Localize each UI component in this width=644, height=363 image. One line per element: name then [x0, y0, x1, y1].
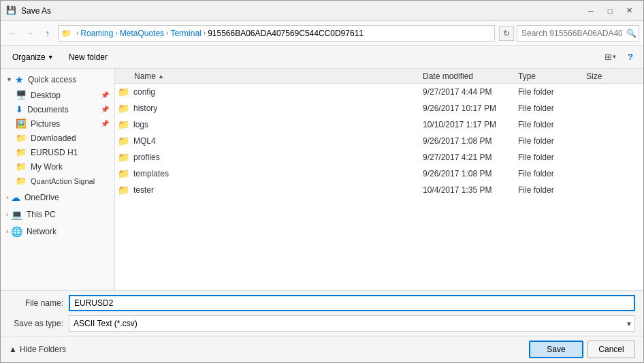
- sidebar-item-desktop-label: Desktop: [31, 91, 61, 100]
- sidebar-item-documents[interactable]: ⬇ Documents 📌: [1, 102, 114, 116]
- action-buttons-row: ▲ Hide Folders Save Cancel: [1, 336, 643, 362]
- quick-access-chevron-icon: ▼: [6, 76, 12, 83]
- view-grid-icon: ⊞: [605, 52, 612, 62]
- file-name-label: File name:: [9, 298, 63, 308]
- breadcrumb-roaming[interactable]: Roaming: [80, 29, 113, 38]
- file-list: Name ▲ Date modified Type Size 📁 config …: [115, 69, 643, 290]
- folder-icon: 📁: [118, 86, 129, 97]
- network-label: Network: [27, 227, 57, 236]
- column-header-size[interactable]: Size: [586, 72, 641, 81]
- chevron-icon-3: ›: [166, 29, 168, 37]
- table-row[interactable]: 📁 MQL4 9/26/2017 1:08 PM File folder: [115, 133, 643, 149]
- sidebar-item-downloaded-label: Downloaded: [31, 133, 76, 143]
- file-name-input[interactable]: [69, 295, 635, 311]
- save-type-wrapper: ASCII Text (*.csv) ▼: [69, 315, 635, 332]
- documents-pin-icon: 📌: [101, 106, 109, 113]
- pictures-pin-icon: 📌: [101, 120, 109, 127]
- sidebar-section-onedrive[interactable]: › ☁ OneDrive: [1, 188, 114, 205]
- refresh-button[interactable]: ↻: [499, 26, 514, 41]
- thispc-label: This PC: [27, 210, 56, 219]
- quantaction-folder-icon: 📁: [16, 176, 27, 186]
- sidebar-item-pictures-label: Pictures: [31, 119, 60, 129]
- file-type-row: Save as type: ASCII Text (*.csv) ▼: [1, 315, 643, 336]
- hide-folders-button[interactable]: ▲ Hide Folders: [9, 345, 66, 354]
- desktop-icon: 🖥️: [16, 90, 27, 100]
- breadcrumb-current: 915566BA06ADA407569C544CC0D97611: [208, 29, 364, 38]
- column-header-type[interactable]: Type: [518, 72, 586, 81]
- sidebar-item-quantaction[interactable]: 📁 QuantAction Signal: [1, 174, 114, 188]
- breadcrumb-terminal[interactable]: Terminal: [170, 29, 201, 38]
- folder-icon: 📁: [118, 119, 129, 130]
- save-type-select[interactable]: ASCII Text (*.csv): [69, 315, 635, 332]
- address-bar: ← → ↑ 📁 › Roaming › MetaQuotes › Termina…: [1, 21, 643, 46]
- title-bar-buttons: ─ □ ✕: [582, 4, 638, 18]
- table-row[interactable]: 📁 profiles 9/27/2017 4:21 PM File folder: [115, 149, 643, 165]
- documents-download-icon: ⬇: [16, 104, 23, 114]
- folder-icon: 📁: [118, 168, 129, 179]
- minimize-button[interactable]: ─: [582, 4, 600, 18]
- hide-folders-label: Hide Folders: [20, 345, 66, 354]
- maximize-button[interactable]: □: [601, 4, 619, 18]
- toolbar-right: ⊞ ▼ ?: [601, 49, 638, 65]
- sidebar-item-eurusd[interactable]: 📁 EURUSD H1: [1, 145, 114, 159]
- sidebar: ▼ ★ Quick access 🖥️ Desktop 📌 ⬇ Document…: [1, 69, 115, 290]
- pictures-icon: 🖼️: [16, 119, 27, 129]
- sidebar-section-quick-access[interactable]: ▼ ★ Quick access: [1, 72, 114, 88]
- search-input[interactable]: [517, 25, 639, 42]
- folder-icon: 📁: [118, 103, 129, 114]
- cancel-button[interactable]: Cancel: [587, 341, 635, 358]
- sidebar-section-thispc[interactable]: › 💻 This PC: [1, 205, 114, 222]
- table-row[interactable]: 📁 tester 10/4/2017 1:35 PM File folder: [115, 182, 643, 198]
- column-header-date[interactable]: Date modified: [423, 72, 518, 81]
- view-options-button[interactable]: ⊞ ▼: [601, 49, 620, 65]
- save-as-type-label: Save as type:: [9, 319, 63, 328]
- thispc-computer-icon: 💻: [11, 209, 22, 220]
- up-button[interactable]: ↑: [40, 26, 55, 41]
- close-button[interactable]: ✕: [620, 4, 638, 18]
- sidebar-item-eurusd-label: EURUSD H1: [31, 148, 78, 157]
- help-button[interactable]: ?: [623, 50, 638, 65]
- thispc-chevron-icon: ›: [6, 211, 8, 218]
- table-row[interactable]: 📁 logs 10/10/2017 1:17 PM File folder: [115, 116, 643, 133]
- save-button[interactable]: Save: [529, 341, 583, 358]
- sidebar-item-pictures[interactable]: 🖼️ Pictures 📌: [1, 116, 114, 131]
- column-header-name[interactable]: Name ▲: [118, 72, 423, 81]
- quick-access-star-icon: ★: [15, 74, 24, 85]
- sidebar-item-work-label: My Work: [31, 162, 63, 172]
- table-row[interactable]: 📁 templates 9/26/2017 1:08 PM File folde…: [115, 165, 643, 182]
- breadcrumb-folder-icon: 📁: [61, 29, 71, 38]
- work-folder-icon: 📁: [16, 161, 27, 172]
- quick-access-label: Quick access: [28, 75, 76, 84]
- organize-button[interactable]: Organize ▼: [6, 48, 60, 66]
- forward-button[interactable]: →: [22, 26, 37, 41]
- breadcrumb[interactable]: 📁 › Roaming › MetaQuotes › Terminal › 91…: [58, 25, 495, 42]
- chevron-icon-4: ›: [204, 29, 206, 37]
- new-folder-button[interactable]: New folder: [63, 48, 114, 66]
- chevron-icon-1: ›: [76, 29, 78, 37]
- sidebar-item-work[interactable]: 📁 My Work: [1, 159, 114, 174]
- file-name-row: File name:: [1, 291, 643, 315]
- table-row[interactable]: 📁 history 9/26/2017 10:17 PM File folder: [115, 100, 643, 116]
- view-arrow-icon: ▼: [612, 54, 617, 60]
- toolbar: Organize ▼ New folder ⊞ ▼ ?: [1, 46, 643, 69]
- chevron-icon-2: ›: [115, 29, 117, 37]
- dialog-icon: 💾: [6, 5, 17, 16]
- dialog-title: Save As: [21, 6, 582, 16]
- sidebar-item-downloaded[interactable]: 📁 Downloaded: [1, 131, 114, 145]
- sidebar-section-network[interactable]: › 🌐 Network: [1, 222, 114, 239]
- onedrive-cloud-icon: ☁: [11, 192, 20, 203]
- cancel-button-label: Cancel: [598, 345, 624, 354]
- bottom-section: File name: Save as type: ASCII Text (*.c…: [1, 290, 643, 362]
- downloaded-folder-icon: 📁: [16, 133, 27, 143]
- back-button[interactable]: ←: [5, 26, 20, 41]
- title-bar: 💾 Save As ─ □ ✕: [1, 1, 643, 21]
- organize-label: Organize: [12, 52, 46, 62]
- file-list-header: Name ▲ Date modified Type Size: [115, 69, 643, 84]
- organize-chevron-icon: ▼: [48, 54, 54, 61]
- table-row[interactable]: 📁 config 9/27/2017 4:44 PM File folder: [115, 84, 643, 100]
- hide-folders-chevron-icon: ▲: [9, 345, 17, 354]
- new-folder-label: New folder: [69, 52, 108, 62]
- network-icon: 🌐: [11, 226, 22, 237]
- breadcrumb-metaquotes[interactable]: MetaQuotes: [120, 29, 164, 38]
- sidebar-item-desktop[interactable]: 🖥️ Desktop 📌: [1, 88, 114, 102]
